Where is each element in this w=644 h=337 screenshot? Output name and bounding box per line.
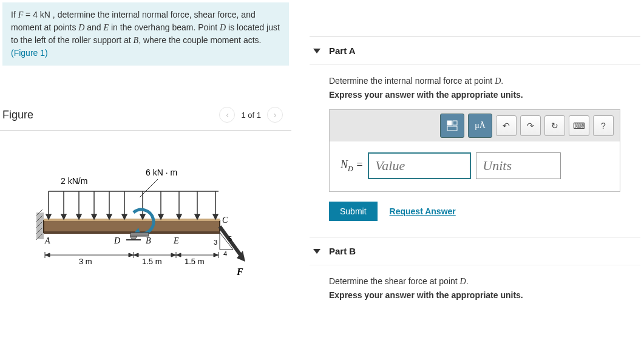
svg-rect-7: [44, 219, 220, 221]
reset-icon: ↻: [551, 121, 558, 131]
part-b-section: Part B Determine the shear force at poin…: [310, 237, 640, 300]
svg-rect-0: [36, 213, 44, 239]
dim-3m: 3 m: [79, 257, 92, 266]
figure-header: Figure ‹ 1 of 1 ›: [0, 102, 291, 131]
part-a-prompt: Determine the internal normal force at p…: [329, 76, 640, 86]
text: in the overhang beam. Point: [109, 22, 220, 32]
text: N: [341, 158, 348, 171]
dist-load-label: 2 kN/m: [61, 176, 87, 186]
redo-icon: ↷: [527, 121, 534, 131]
part-b-title: Part B: [329, 246, 356, 256]
text: D: [460, 277, 466, 286]
part-a-header[interactable]: Part A: [310, 36, 640, 65]
part-b-header[interactable]: Part B: [310, 237, 640, 265]
fraction-icon: [446, 119, 459, 132]
text: .: [501, 76, 503, 86]
caret-down-icon: [313, 49, 320, 53]
chevron-left-icon: ‹: [226, 110, 229, 120]
svg-marker-19: [107, 214, 112, 219]
svg-marker-44: [45, 253, 50, 257]
label-c: C: [222, 216, 228, 225]
svg-marker-17: [92, 214, 97, 219]
svg-marker-15: [76, 214, 81, 219]
point-d: D: [78, 23, 84, 32]
svg-rect-54: [447, 126, 457, 131]
part-a-title: Part A: [329, 46, 356, 56]
label-b: B: [146, 236, 151, 245]
svg-marker-51: [214, 253, 219, 257]
tri-4: 4: [223, 250, 227, 257]
keyboard-button[interactable]: ⌨: [569, 115, 589, 136]
text: If: [11, 10, 18, 19]
svg-marker-29: [195, 214, 200, 219]
part-b-subprompt: Express your answer with the appropriate…: [329, 290, 640, 300]
point-e: E: [104, 23, 109, 32]
keyboard-icon: ⌨: [573, 121, 585, 131]
text: and: [84, 22, 103, 32]
text: D: [495, 77, 501, 86]
figure-prev-button[interactable]: ‹: [219, 107, 235, 123]
point-d2: D: [220, 23, 226, 32]
svg-line-33: [140, 179, 158, 197]
text: =: [353, 158, 364, 171]
help-button[interactable]: ?: [593, 115, 614, 136]
force-var: F: [18, 10, 24, 19]
text: , where the couple moment acts.: [138, 35, 261, 45]
part-a-section: Part A Determine the internal normal for…: [310, 36, 640, 221]
svg-marker-21: [122, 214, 127, 219]
svg-marker-23: [140, 214, 145, 219]
submit-row: Submit Request Answer: [329, 202, 640, 221]
dim-1p5m-1: 1.5 m: [142, 257, 162, 266]
text: Determine the shear force at point: [329, 276, 460, 286]
undo-button[interactable]: ↶: [496, 115, 517, 136]
svg-marker-31: [213, 214, 218, 219]
beam-diagram: 2 kN/m 6 kN · m C F 3 4 5 A: [36, 155, 255, 282]
text: D: [348, 164, 353, 172]
tri-3: 3: [214, 239, 217, 246]
svg-marker-50: [176, 253, 181, 257]
svg-rect-53: [453, 121, 457, 125]
undo-icon: ↶: [503, 121, 510, 131]
help-icon: ?: [601, 121, 606, 131]
request-answer-link[interactable]: Request Answer: [390, 206, 456, 216]
problem-statement: If F = 4 kN , determine the internal nor…: [2, 2, 289, 66]
answer-input-row: ND =: [330, 141, 620, 179]
svg-rect-6: [44, 220, 220, 233]
point-b: B: [134, 36, 139, 45]
svg-marker-13: [61, 214, 66, 219]
svg-rect-52: [447, 121, 452, 125]
label-f: F: [236, 267, 243, 277]
chevron-right-icon: ›: [274, 110, 277, 120]
caret-down-icon: [313, 249, 320, 254]
label-e: E: [173, 236, 179, 245]
svg-marker-47: [134, 253, 138, 257]
reset-button[interactable]: ↻: [544, 115, 565, 136]
right-panel: Part A Determine the internal normal for…: [310, 0, 640, 300]
template-button[interactable]: [440, 114, 464, 138]
svg-marker-25: [158, 214, 163, 219]
left-panel: If F = 4 kN , determine the internal nor…: [0, 0, 291, 270]
submit-button[interactable]: Submit: [329, 202, 378, 221]
moment-label: 6 kN · m: [146, 168, 177, 177]
redo-button[interactable]: ↷: [520, 115, 541, 136]
text: = 4 kN: [23, 10, 50, 19]
dim-1p5m-2: 1.5 m: [185, 257, 205, 266]
svg-marker-27: [177, 214, 181, 219]
variable-label: ND =: [341, 158, 363, 174]
units-input[interactable]: [476, 152, 561, 179]
special-chars-button[interactable]: μÅ: [468, 114, 492, 138]
text: Determine the internal normal force at p…: [329, 76, 495, 86]
figure-ref-link[interactable]: (Figure 1): [11, 48, 48, 58]
mu-icon: μÅ: [475, 121, 486, 131]
tri-5: 5: [228, 235, 232, 242]
figure-nav: ‹ 1 of 1 ›: [219, 107, 283, 123]
label-d: D: [114, 236, 120, 245]
value-input[interactable]: [368, 152, 471, 179]
part-b-prompt: Determine the shear force at point D.: [329, 276, 640, 287]
figure-title: Figure: [2, 109, 33, 121]
answer-box: μÅ ↶ ↷ ↻ ⌨ ? ND =: [329, 109, 620, 192]
figure-next-button[interactable]: ›: [267, 107, 283, 123]
figure-counter: 1 of 1: [241, 111, 261, 120]
text: .: [466, 276, 469, 286]
label-a: A: [44, 236, 50, 245]
